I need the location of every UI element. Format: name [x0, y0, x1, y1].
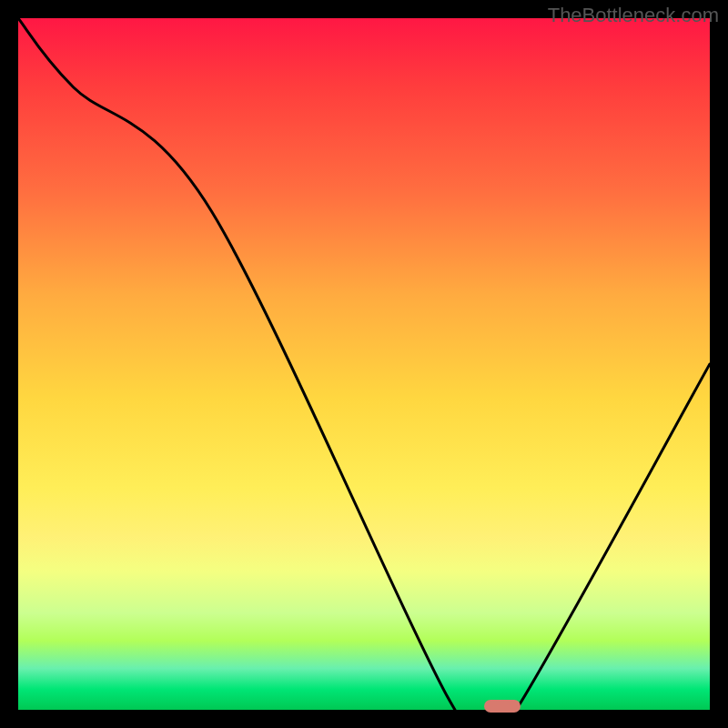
optimal-marker	[484, 700, 521, 713]
chart-plot-area	[18, 18, 710, 710]
chart-curve-svg	[18, 18, 710, 710]
bottleneck-curve	[18, 18, 710, 710]
watermark-text: TheBottleneck.com	[548, 4, 719, 27]
